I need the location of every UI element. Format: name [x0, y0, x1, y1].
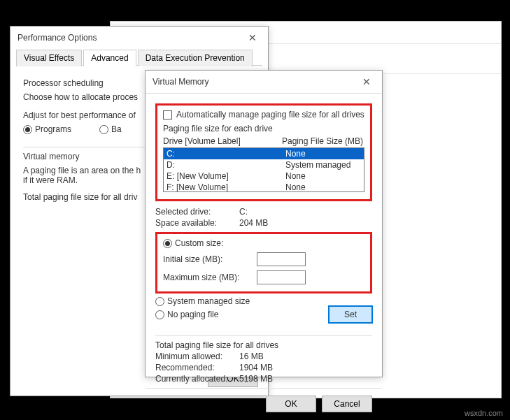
- maximum-size-input[interactable]: [257, 270, 306, 284]
- set-button[interactable]: Set: [329, 306, 372, 323]
- currently-allocated-value: 5198 MB: [239, 374, 273, 384]
- drive-row[interactable]: C: None: [164, 148, 364, 159]
- tab-dep[interactable]: Data Execution Prevention: [138, 50, 253, 66]
- drive-list[interactable]: C: None D: System managed E: [New Volume…: [163, 147, 364, 192]
- highlight-top: Automatically manage paging file size fo…: [155, 103, 372, 201]
- drive-header-label: Drive [Volume Label]: [163, 136, 282, 146]
- min-allowed-value: 16 MB: [239, 352, 264, 361]
- radio-background[interactable]: Ba: [99, 124, 122, 134]
- perf-title: Performance Options: [17, 33, 97, 43]
- auto-manage-checkbox[interactable]: Automatically manage paging file size fo…: [163, 110, 364, 120]
- vm-cancel-button[interactable]: Cancel: [322, 396, 372, 412]
- close-icon[interactable]: ✕: [357, 75, 376, 89]
- selected-drive-value: C:: [239, 207, 248, 217]
- maximum-size-label: Maximum size (MB):: [163, 273, 254, 282]
- virtual-memory-dialog: Virtual Memory ✕ Automatically manage pa…: [145, 70, 383, 377]
- close-icon[interactable]: ✕: [243, 31, 262, 45]
- radio-custom-size[interactable]: Custom size:: [163, 238, 364, 248]
- recommended-value: 1904 MB: [239, 363, 273, 372]
- radio-system-managed[interactable]: System managed size: [155, 296, 372, 306]
- paging-size-header: Paging File Size (MB): [282, 136, 363, 146]
- radio-programs[interactable]: Programs: [23, 124, 71, 134]
- watermark: wsxdn.com: [465, 409, 503, 417]
- drive-row[interactable]: D: System managed: [164, 159, 364, 171]
- space-available-value: 204 MB: [239, 218, 268, 228]
- space-available-label: Space available:: [155, 218, 239, 228]
- initial-size-input[interactable]: [257, 252, 306, 266]
- tab-advanced[interactable]: Advanced: [83, 50, 136, 66]
- vm-title: Virtual Memory: [153, 77, 208, 87]
- tab-visual-effects[interactable]: Visual Effects: [16, 50, 82, 66]
- highlight-custom: Custom size: Initial size (MB): Maximum …: [155, 232, 372, 294]
- drive-row[interactable]: F: [New Volume] None: [164, 182, 364, 192]
- selected-drive-label: Selected drive:: [155, 207, 239, 217]
- radio-no-paging-file[interactable]: No paging file: [155, 310, 329, 319]
- perf-tabs: Visual Effects Advanced Data Execution P…: [16, 49, 262, 66]
- min-allowed-label: Minimum allowed:: [155, 352, 239, 361]
- vm-ok-button[interactable]: OK: [266, 396, 316, 412]
- totals-heading: Total paging file size for all drives: [155, 340, 372, 350]
- drive-row[interactable]: E: [New Volume] None: [164, 171, 364, 182]
- initial-size-label: Initial size (MB):: [163, 254, 254, 264]
- paging-size-heading: Paging file size for each drive: [163, 124, 364, 133]
- currently-allocated-label: Currently allocated:: [155, 374, 239, 384]
- recommended-label: Recommended:: [155, 363, 239, 372]
